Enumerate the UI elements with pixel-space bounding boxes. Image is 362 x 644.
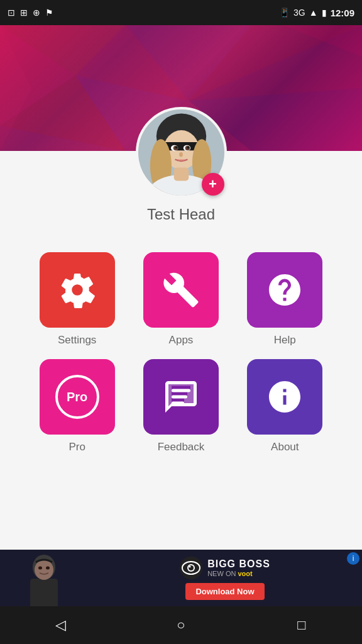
- ad-content: BIGG BOSS NEW ON voot Download Now: [88, 552, 362, 605]
- settings-label: Settings: [58, 334, 96, 347]
- gear-icon: [58, 271, 96, 309]
- pro-label: Pro: [69, 441, 85, 453]
- menu-item-help[interactable]: Help: [233, 246, 337, 353]
- network-label: 3G: [293, 8, 305, 18]
- android-icon: ⊕: [33, 8, 40, 18]
- download-now-button[interactable]: Download Now: [185, 583, 264, 600]
- add-profile-button[interactable]: +: [202, 173, 224, 196]
- help-icon-box: [247, 252, 322, 328]
- menu-item-apps[interactable]: Apps: [129, 246, 233, 353]
- ad-subtitle: NEW ON voot: [207, 570, 270, 577]
- help-label: Help: [274, 334, 296, 347]
- wrench-icon: [162, 271, 200, 309]
- pro-icon-box: Pro: [40, 359, 115, 435]
- notification-icon: ⊡: [8, 8, 15, 18]
- phone-icon: 📱: [279, 8, 290, 18]
- pro-text: Pro: [67, 390, 87, 404]
- svg-rect-28: [172, 396, 187, 399]
- back-button[interactable]: ◁: [41, 606, 79, 644]
- svg-point-35: [46, 567, 50, 570]
- image-icon: ⊞: [20, 8, 28, 18]
- ad-info-icon[interactable]: i: [347, 552, 359, 565]
- svg-point-34: [38, 567, 42, 570]
- ad-logo-area: BIGG BOSS NEW ON voot: [180, 557, 270, 579]
- ad-celeb-image: [0, 550, 88, 606]
- battery-icon: ▮: [322, 8, 327, 18]
- settings-icon-box: [40, 252, 115, 328]
- menu-grid: Settings Apps Help Pro Pro: [0, 233, 362, 472]
- svg-rect-29: [172, 389, 190, 392]
- home-button[interactable]: ○: [162, 606, 200, 644]
- profile-section: + Test Head: [0, 151, 362, 233]
- about-icon-box: [247, 359, 322, 435]
- status-bar-right: 📱 3G ▲ ▮ 12:09: [279, 8, 354, 18]
- pro-circle: Pro: [55, 375, 99, 419]
- apps-label: Apps: [169, 334, 194, 347]
- ad-banner[interactable]: BIGG BOSS NEW ON voot Download Now i: [0, 550, 362, 606]
- svg-point-26: [179, 152, 183, 157]
- signal-icon: ▲: [309, 8, 318, 18]
- ad-title-text: BIGG BOSS NEW ON voot: [207, 558, 270, 577]
- recent-apps-button[interactable]: □: [283, 606, 321, 644]
- bottom-nav: ◁ ○ □: [0, 606, 362, 644]
- about-label: About: [271, 441, 299, 453]
- svg-rect-32: [30, 579, 58, 606]
- svg-point-22: [175, 147, 177, 149]
- profile-name: Test Head: [147, 206, 215, 223]
- info-icon: [266, 378, 304, 416]
- menu-item-feedback[interactable]: Feedback: [129, 353, 233, 460]
- svg-point-40: [189, 565, 191, 567]
- status-bar-left: ⊡ ⊞ ⊕ ⚑: [8, 8, 53, 18]
- ad-person-image: [0, 550, 88, 606]
- menu-item-pro[interactable]: Pro Pro: [25, 353, 129, 460]
- svg-point-33: [35, 560, 53, 580]
- question-icon: [266, 271, 304, 309]
- feedback-icon-box: [143, 359, 219, 435]
- svg-rect-27: [172, 402, 184, 405]
- feedback-label: Feedback: [158, 441, 205, 453]
- flag-icon: ⚑: [45, 8, 53, 18]
- clock: 12:09: [331, 8, 354, 18]
- chat-icon: [162, 378, 200, 416]
- avatar-container: +: [136, 107, 227, 198]
- svg-rect-19: [173, 168, 189, 181]
- menu-item-settings[interactable]: Settings: [25, 246, 129, 353]
- status-bar: ⊡ ⊞ ⊕ ⚑ 📱 3G ▲ ▮ 12:09: [0, 0, 362, 25]
- svg-point-25: [187, 147, 189, 149]
- menu-item-about[interactable]: About: [233, 353, 337, 460]
- apps-icon-box: [143, 252, 219, 328]
- biggboss-eye-logo: [180, 557, 202, 579]
